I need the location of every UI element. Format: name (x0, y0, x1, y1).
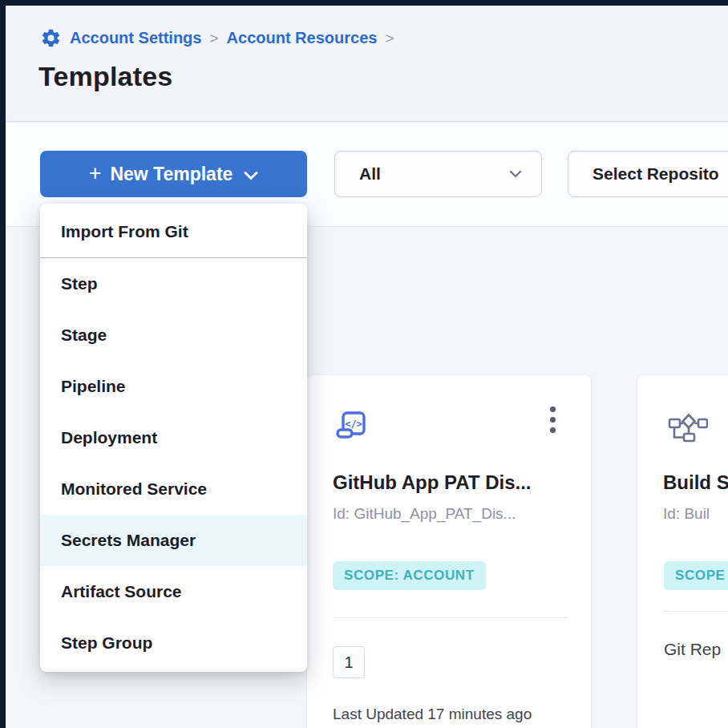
stage-template-icon (668, 412, 708, 443)
scope-badge: SCOPE (664, 561, 728, 590)
repository-select[interactable]: Select Reposito (568, 151, 728, 197)
template-type-filter-value: All (359, 164, 381, 184)
menu-item-pipeline[interactable]: Pipeline (40, 361, 307, 412)
new-template-button-label: New Template (110, 164, 233, 185)
template-card-id: Id: GitHub_App_PAT_Dis... (333, 505, 516, 523)
breadcrumb-link-account-resources[interactable]: Account Resources (227, 29, 378, 47)
card-divider (663, 611, 728, 612)
version-chip: 1 (333, 646, 365, 678)
menu-item-step-group[interactable]: Step Group (40, 617, 307, 669)
kebab-menu-icon[interactable] (543, 402, 562, 436)
template-type-filter[interactable]: All (334, 151, 542, 197)
repository-select-label: Select Reposito (593, 164, 719, 184)
git-repo-text: Git Rep (664, 640, 721, 659)
breadcrumb-separator: > (209, 30, 218, 47)
menu-item-artifact-source[interactable]: Artifact Source (40, 566, 307, 617)
card-divider (333, 617, 567, 618)
new-template-menu: Import From Git Step Stage Pipeline Depl… (40, 204, 307, 672)
breadcrumb-separator: > (385, 30, 394, 47)
template-card-id: Id: Buil (663, 505, 710, 523)
top-edge-bar (0, 0, 728, 6)
menu-item-import-from-git[interactable]: Import From Git (40, 205, 307, 257)
breadcrumb-link-account-settings[interactable]: Account Settings (70, 29, 201, 47)
new-template-button[interactable]: + New Template (40, 151, 307, 197)
scope-badge: SCOPE: ACCOUNT (333, 561, 486, 590)
page-header: Account Settings > Account Resources > T… (6, 6, 728, 122)
plus-icon: + (89, 163, 102, 184)
menu-item-stage[interactable]: Stage (40, 309, 307, 361)
menu-item-secrets-manager[interactable]: Secrets Manager (40, 515, 307, 566)
app-frame: Account Settings > Account Resources > T… (0, 0, 728, 728)
chevron-down-icon (509, 170, 522, 178)
template-card[interactable]: </> GitHub App PAT Dis... Id: GitHub_App… (307, 375, 591, 728)
chevron-down-icon (244, 171, 258, 180)
menu-item-step[interactable]: Step (40, 258, 307, 309)
template-card-title: GitHub App PAT Dis... (333, 471, 532, 494)
svg-text:</>: </> (345, 419, 362, 430)
gear-icon (40, 27, 62, 49)
menu-item-monitored-service[interactable]: Monitored Service (40, 463, 307, 515)
last-updated-text: Last Updated 17 minutes ago (333, 706, 532, 723)
breadcrumb: Account Settings > Account Resources > (40, 27, 394, 49)
code-template-icon: </> (333, 409, 371, 446)
template-card-title: Build S (663, 471, 728, 494)
menu-item-deployment[interactable]: Deployment (40, 412, 307, 463)
page-title: Templates (38, 61, 172, 92)
left-edge-bar (0, 0, 6, 728)
template-card[interactable]: Build S Id: Buil SCOPE Git Rep (637, 375, 728, 728)
